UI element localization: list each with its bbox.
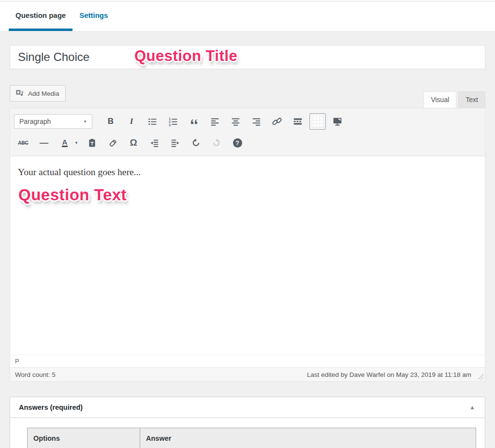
help-button[interactable]: ? [228, 135, 247, 150]
numbered-list-icon: 1 2 3 [168, 117, 178, 127]
text-color-icon: A [62, 138, 68, 148]
visual-tab[interactable]: Visual [423, 91, 456, 108]
tab-question-page[interactable]: Question page [9, 1, 73, 31]
text-tab-label: Text [466, 96, 478, 104]
editor-toolbar: Paragraph ▼ B I 1 2 3 [10, 108, 485, 156]
align-left-icon [210, 117, 220, 127]
numbered-list-button[interactable]: 1 2 3 [164, 114, 182, 129]
question-body-text: Your actual question goes here... [18, 167, 477, 178]
question-title-input[interactable]: Single Choice [10, 45, 485, 69]
omega-icon: Ω [130, 137, 137, 148]
text-color-caret-button[interactable]: ▼ [73, 135, 80, 150]
text-color-button[interactable]: A [56, 135, 74, 150]
editor-status-bar: Word count: 5 Last edited by Dave Warfel… [10, 367, 485, 381]
last-edited-note: Last edited by Dave Warfel on May 23, 20… [307, 371, 471, 378]
clear-formatting-button[interactable] [103, 135, 122, 150]
answers-col-answer: Answer [140, 428, 476, 448]
toolbar-row-2: ABC — A ▼ [14, 132, 481, 153]
editor-content-area[interactable]: Your actual question goes here... Questi… [10, 156, 485, 355]
indent-icon [170, 138, 180, 148]
add-media-button[interactable]: Add Media [10, 85, 66, 102]
align-center-icon [231, 117, 241, 127]
bold-icon: B [108, 117, 114, 126]
media-icon [15, 89, 25, 98]
redo-button[interactable] [207, 135, 226, 150]
fullscreen-monitor-icon [332, 116, 343, 127]
answers-panel-body: Options Answer [10, 418, 485, 448]
horizontal-rule-icon: — [40, 138, 48, 148]
eraser-icon [108, 138, 118, 148]
page-tabs: Question page Settings [0, 1, 495, 31]
align-right-icon [251, 117, 262, 127]
wysiwyg-editor: Paragraph ▼ B I 1 2 3 [10, 108, 485, 382]
align-center-button[interactable] [226, 114, 245, 129]
tab-settings[interactable]: Settings [73, 1, 115, 31]
editor-mode-tabs: Visual Text [423, 85, 485, 108]
indent-button[interactable] [166, 135, 184, 150]
svg-text:3: 3 [169, 123, 171, 126]
blockquote-icon [189, 117, 199, 127]
read-more-icon [292, 116, 303, 127]
answers-panel-header[interactable]: Answers (required) ▲ [10, 397, 485, 418]
collapse-arrow-icon: ▲ [469, 404, 475, 411]
redo-icon [211, 137, 222, 148]
align-left-button[interactable] [205, 114, 224, 129]
undo-button[interactable] [187, 135, 205, 150]
answers-col-options: Options [28, 428, 140, 448]
answers-table-header-row: Options Answer [28, 428, 476, 448]
word-count: Word count: 5 [15, 371, 56, 378]
resize-grip[interactable] [477, 373, 483, 380]
paste-as-text-button[interactable] [83, 135, 101, 150]
annotation-question-text: Question Text [18, 186, 477, 204]
strikethrough-button[interactable]: ABC [14, 135, 32, 150]
tab-question-page-label: Question page [15, 11, 66, 19]
paste-as-text-icon [87, 138, 97, 148]
special-character-button[interactable]: Ω [124, 135, 143, 150]
bullet-list-icon [147, 117, 158, 127]
paragraph-select[interactable]: Paragraph ▼ [14, 114, 92, 129]
editor-element-path: P [10, 355, 485, 367]
editor-tools: Add Media Visual Text [10, 85, 485, 108]
italic-icon: I [130, 117, 133, 126]
toolbar-row-1: Paragraph ▼ B I 1 2 3 [14, 111, 481, 132]
element-path-label: P [15, 358, 19, 365]
annotation-question-title: Question Title [134, 47, 237, 65]
visual-tab-label: Visual [431, 96, 449, 104]
italic-button[interactable]: I [122, 114, 141, 129]
bold-button[interactable]: B [102, 114, 120, 129]
help-icon: ? [233, 138, 242, 148]
read-more-button[interactable] [289, 114, 307, 129]
chevron-down-icon: ▼ [83, 119, 87, 124]
text-tab[interactable]: Text [458, 91, 485, 108]
outdent-button[interactable] [145, 135, 163, 150]
link-button[interactable] [268, 114, 286, 129]
tab-settings-label: Settings [79, 11, 108, 19]
add-media-label: Add Media [28, 90, 59, 97]
distraction-free-button[interactable] [328, 114, 347, 129]
collapse-panel-button[interactable]: ▲ [468, 404, 476, 411]
blockquote-button[interactable] [185, 114, 203, 129]
answers-table: Options Answer [27, 428, 476, 448]
chevron-down-icon: ▼ [74, 141, 78, 145]
undo-icon [190, 137, 201, 148]
strikethrough-icon: ABC [18, 140, 29, 146]
title-row: Single Choice Question Title [10, 45, 485, 69]
paragraph-select-value: Paragraph [19, 118, 51, 125]
bullet-list-button[interactable] [143, 114, 161, 129]
question-title-value: Single Choice [18, 50, 89, 64]
toolbar-toggle-button[interactable] [309, 113, 326, 130]
answers-panel-title: Answers (required) [19, 403, 83, 411]
answers-panel: Answers (required) ▲ Options Answer [10, 397, 485, 448]
horizontal-rule-button[interactable]: — [35, 135, 53, 150]
outdent-icon [149, 138, 160, 148]
align-right-button[interactable] [247, 114, 265, 129]
link-icon [272, 116, 282, 127]
